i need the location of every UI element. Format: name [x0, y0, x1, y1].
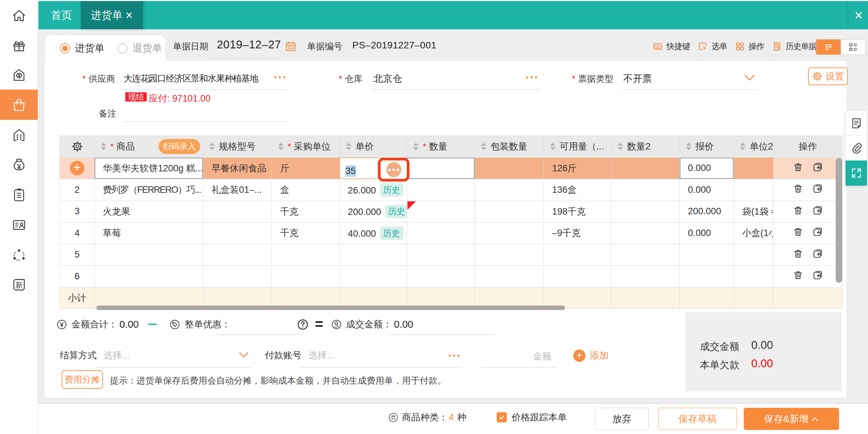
- svg-text:新: 新: [15, 281, 22, 289]
